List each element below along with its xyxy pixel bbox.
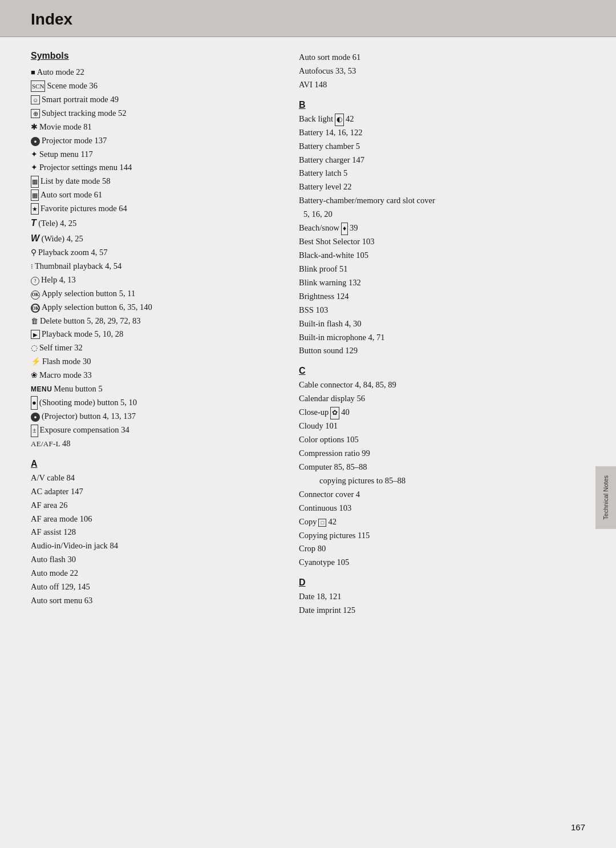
- ae-af-icon: AE/AF-L: [31, 438, 60, 450]
- list-item: ● (Projector) button 4, 13, 137: [31, 410, 276, 423]
- list-by-date-icon: ▦: [31, 176, 39, 187]
- section-c-header: C: [299, 366, 556, 376]
- list-item: ? Help 4, 13: [31, 273, 276, 287]
- flash-mode-icon: ⚡: [31, 355, 40, 368]
- list-item: ● Projector mode 137: [31, 134, 276, 148]
- list-item: Connector cover 4: [299, 488, 556, 502]
- list-item: Battery charger 147: [299, 154, 556, 167]
- list-item: ▦ List by date mode 58: [31, 175, 276, 188]
- page-title: Index: [31, 10, 585, 29]
- list-item: Continuous 103: [299, 502, 556, 515]
- list-item: OK Apply selection button 5, 11: [31, 287, 276, 301]
- list-item: Close-up ✿ 40: [299, 406, 556, 419]
- list-item: ☺ Smart portrait mode 49: [31, 93, 276, 107]
- list-item: Autofocus 33, 53: [299, 64, 556, 78]
- projector-button-icon: ●: [31, 413, 40, 422]
- menu-button-icon: MENU: [31, 384, 52, 395]
- list-item: Battery chamber 5: [299, 140, 556, 154]
- list-item: Blink warning 132: [299, 276, 556, 290]
- list-item: MENU Menu button 5: [31, 382, 276, 396]
- list-item: OK Apply selection button 6, 35, 140: [31, 301, 276, 314]
- delete-button-icon: 🗑: [31, 315, 38, 327]
- technical-notes-label: Technical Notes: [602, 475, 609, 520]
- list-item: ▦ Auto sort mode 61: [31, 188, 276, 202]
- list-item: Battery-chamber/memory card slot cover: [299, 194, 556, 208]
- left-column: Symbols ■ Auto mode 22 SCN Scene mode 36…: [31, 51, 293, 617]
- list-item: Cable connector 4, 84, 85, 89: [299, 378, 556, 392]
- list-item: Calendar display 56: [299, 392, 556, 406]
- self-timer-icon: ◌: [31, 341, 38, 354]
- auto-sort-icon: ▦: [31, 189, 39, 201]
- beach-snow-icon: ♦: [341, 223, 348, 235]
- help-icon: ?: [31, 277, 39, 285]
- macro-mode-icon: ❀: [31, 369, 38, 382]
- list-item: Built-in microphone 4, 71: [299, 331, 556, 345]
- list-item: Auto off 129, 145: [31, 580, 276, 594]
- list-item: Date imprint 125: [299, 604, 556, 617]
- list-item: ▶ Playback mode 5, 10, 28: [31, 328, 276, 341]
- section-b-header: B: [299, 100, 556, 110]
- list-item: Battery latch 5: [299, 167, 556, 180]
- list-item: Auto sort mode 61: [299, 51, 556, 64]
- projector-mode-icon: ●: [31, 137, 40, 146]
- list-item: Auto mode 22: [31, 567, 276, 580]
- movie-icon: ✱: [31, 120, 38, 134]
- copy-icon: □: [318, 519, 326, 527]
- list-item: Blink proof 51: [299, 263, 556, 276]
- back-light-icon: ◐: [335, 114, 344, 126]
- list-item: AC adapter 147: [31, 485, 276, 499]
- page: Index Symbols ■ Auto mode 22 SCN Scene m…: [0, 0, 616, 848]
- right-column: Auto sort mode 61 Autofocus 33, 53 AVI 1…: [293, 51, 556, 617]
- symbols-header: Symbols: [31, 51, 276, 61]
- list-item: copying pictures to 85–88: [299, 474, 556, 488]
- list-item: ⚲ Playback zoom 4, 57: [31, 246, 276, 260]
- list-item: Color options 105: [299, 433, 556, 447]
- list-item: SCN Scene mode 36: [31, 79, 276, 93]
- list-item: ⁝ Thumbnail playback 4, 54: [31, 260, 276, 273]
- setup-menu-icon: ✦: [31, 148, 38, 161]
- subject-tracking-icon: ⊕: [31, 109, 40, 118]
- list-item: Crop 80: [299, 542, 556, 556]
- page-header: Index: [0, 0, 616, 37]
- list-item: Beach/snow ♦ 39: [299, 221, 556, 235]
- list-item: BSS 103: [299, 304, 556, 317]
- list-item: Auto sort menu 63: [31, 594, 276, 608]
- list-item: Date 18, 121: [299, 590, 556, 604]
- list-item: Black-and-white 105: [299, 249, 556, 263]
- list-item: ★ Favorite pictures mode 64: [31, 202, 276, 216]
- list-item: Button sound 129: [299, 344, 556, 358]
- list-item: Computer 85, 85–88: [299, 461, 556, 474]
- list-item: ✦ Projector settings menu 144: [31, 161, 276, 175]
- list-item: Cloudy 101: [299, 419, 556, 433]
- list-item: A/V cable 84: [31, 471, 276, 485]
- list-item: Cyanotype 105: [299, 556, 556, 570]
- list-item: T (Tele) 4, 25: [31, 216, 276, 231]
- scene-icon: SCN: [31, 80, 45, 92]
- apply-selection-2-icon: OK: [31, 304, 40, 313]
- wide-icon: W: [31, 231, 40, 246]
- list-item: Built-in flash 4, 30: [299, 317, 556, 331]
- technical-notes-tab: Technical Notes: [595, 466, 616, 529]
- list-item: AVI 148: [299, 78, 556, 92]
- list-item: ⊕ Subject tracking mode 52: [31, 107, 276, 120]
- list-item: ❀ Macro mode 33: [31, 369, 276, 382]
- list-item: ± Exposure compensation 34: [31, 423, 276, 437]
- list-item: Back light ◐ 42: [299, 112, 556, 126]
- list-item: AF area mode 106: [31, 512, 276, 526]
- close-up-icon: ✿: [330, 407, 339, 419]
- shooting-mode-icon: ●: [31, 396, 38, 409]
- list-item: W (Wide) 4, 25: [31, 231, 276, 246]
- tele-icon: T: [31, 216, 37, 231]
- list-item: Compression ratio 99: [299, 447, 556, 461]
- list-item: Copying pictures 115: [299, 529, 556, 543]
- favorite-icon: ★: [31, 203, 39, 215]
- apply-selection-1-icon: OK: [31, 290, 40, 300]
- list-item: AF assist 128: [31, 526, 276, 539]
- list-item: Battery level 22: [299, 180, 556, 194]
- exposure-compensation-icon: ±: [31, 425, 38, 437]
- list-item: ■ Auto mode 22: [31, 66, 276, 79]
- section-d-header: D: [299, 578, 556, 588]
- content-area: Symbols ■ Auto mode 22 SCN Scene mode 36…: [0, 37, 616, 640]
- list-item: Copy □ 42: [299, 515, 556, 529]
- list-item: AE/AF-L 48: [31, 437, 276, 451]
